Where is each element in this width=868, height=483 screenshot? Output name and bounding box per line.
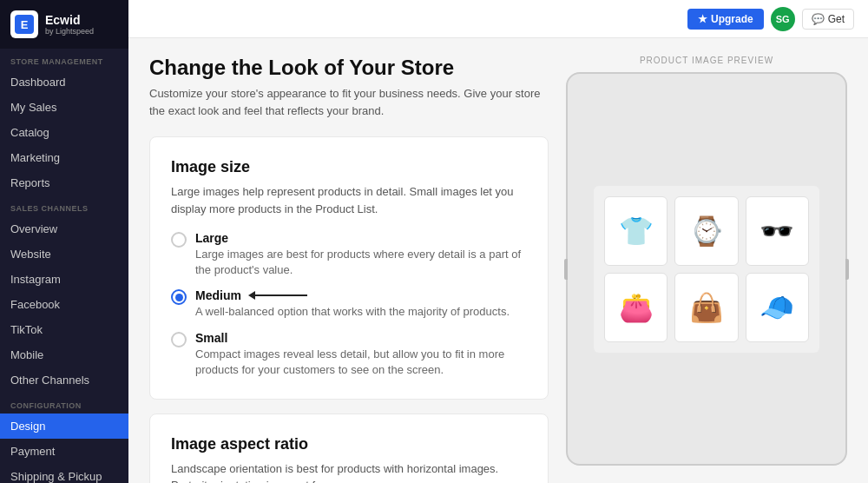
radio-medium-desc: A well-balanced option that works with t… (195, 304, 510, 320)
sidebar-item-instagram[interactable]: Instagram (0, 267, 128, 292)
image-ratio-card: Image aspect ratio Landscape orientation… (149, 414, 549, 483)
tablet-button-left (564, 259, 568, 280)
sales-channels-label: Sales channels (0, 195, 128, 216)
logo-title: Ecwid (45, 13, 94, 28)
product-cell-4: 👜 (674, 273, 738, 342)
store-management-label: Store management (0, 49, 128, 69)
radio-small-content: Small Compact images reveal less detail,… (195, 331, 527, 378)
sidebar-item-website[interactable]: Website (0, 242, 128, 267)
medium-arrow (248, 291, 307, 300)
sidebar: E Ecwid by Lightspeed Store management D… (0, 0, 128, 483)
avatar-button[interactable]: SG (771, 7, 795, 31)
sidebar-item-mobile[interactable]: Mobile (0, 342, 128, 367)
product-image-shirt: 👕 (619, 217, 654, 245)
image-ratio-title: Image aspect ratio (171, 435, 527, 453)
product-cell-5: 🧢 (746, 273, 809, 342)
image-size-desc: Large images help represent products in … (171, 183, 527, 217)
sidebar-item-reports[interactable]: Reports (0, 170, 128, 195)
sidebar-item-shipping-pickup[interactable]: Shipping & Pickup (0, 464, 128, 483)
logo: E Ecwid by Lightspeed (0, 0, 128, 49)
sidebar-item-payment[interactable]: Payment (0, 439, 128, 464)
radio-medium-label: Medium (195, 288, 241, 302)
radio-option-large: Large Large images are best for products… (171, 231, 527, 278)
star-icon: ★ (698, 13, 707, 25)
radio-small-label: Small (195, 331, 527, 345)
page-title: Change the Look of Your Store (149, 56, 549, 80)
content-right: PRODUCT IMAGE PREVIEW 👕 ⌚ 🕶️ (566, 56, 847, 466)
sidebar-item-my-sales[interactable]: My Sales (0, 95, 128, 120)
image-size-card: Image size Large images help represent p… (149, 136, 549, 400)
product-cell-3: 👛 (604, 273, 667, 342)
image-size-title: Image size (171, 158, 527, 176)
topbar: ★ Upgrade SG 💬 Get (128, 0, 868, 38)
configuration-label: Configuration (0, 393, 128, 414)
logo-text: Ecwid by Lightspeed (45, 13, 94, 36)
product-image-watch: ⌚ (689, 217, 724, 245)
preview-label: PRODUCT IMAGE PREVIEW (566, 56, 847, 65)
radio-large-label: Large (195, 231, 527, 245)
radio-small[interactable] (171, 332, 187, 347)
tablet-frame: 👕 ⌚ 🕶️ 👛 👜 (566, 72, 847, 466)
radio-small-desc: Compact images reveal less detail, but a… (195, 347, 527, 378)
product-cell-2: 🕶️ (746, 196, 809, 266)
product-image-sunglasses: 🕶️ (760, 217, 794, 245)
radio-medium[interactable] (171, 289, 187, 305)
product-image-wallet: 👛 (619, 294, 654, 321)
radio-large-desc: Large images are best for products where… (195, 247, 527, 278)
product-cell-1: ⌚ (674, 196, 738, 266)
logo-subtitle: by Lightspeed (45, 27, 94, 36)
radio-large[interactable] (171, 232, 187, 248)
sidebar-item-dashboard[interactable]: Dashboard (0, 69, 128, 95)
product-image-cap: 🧢 (760, 294, 794, 321)
sidebar-item-overview[interactable]: Overview (0, 216, 128, 242)
content-area: Change the Look of Your Store Customize … (128, 38, 868, 483)
logo-icon: E (10, 10, 38, 38)
product-cell-0: 👕 (604, 196, 667, 266)
sidebar-item-design[interactable]: Design (0, 414, 128, 439)
product-grid: 👕 ⌚ 🕶️ 👛 👜 (604, 196, 809, 342)
sidebar-item-facebook[interactable]: Facebook (0, 292, 128, 317)
radio-option-medium: Medium A well-balanced option that works… (171, 288, 527, 320)
product-image-bag: 👜 (689, 294, 724, 321)
sidebar-item-marketing[interactable]: Marketing (0, 145, 128, 170)
radio-option-small: Small Compact images reveal less detail,… (171, 331, 527, 378)
sidebar-item-other-channels[interactable]: Other Channels (0, 367, 128, 393)
image-ratio-desc: Landscape orientation is best for produc… (171, 460, 527, 483)
sidebar-item-catalog[interactable]: Catalog (0, 120, 128, 145)
page-header: Change the Look of Your Store Customize … (149, 56, 549, 119)
tablet-button-right (845, 259, 849, 280)
arrow-line (255, 294, 307, 296)
main-area: ★ Upgrade SG 💬 Get Change the Look of Yo… (128, 0, 868, 483)
upgrade-button[interactable]: ★ Upgrade (687, 9, 764, 30)
tablet-screen: 👕 ⌚ 🕶️ 👛 👜 (594, 186, 819, 353)
radio-medium-content: Medium A well-balanced option that works… (195, 288, 510, 320)
chat-icon: 💬 (812, 13, 825, 25)
image-size-options: Large Large images are best for products… (171, 231, 527, 378)
sidebar-item-tiktok[interactable]: TikTok (0, 317, 128, 342)
content-left: Change the Look of Your Store Customize … (149, 56, 549, 466)
page-description: Customize your store's appearance to fit… (149, 85, 549, 119)
arrow-head-icon (248, 291, 255, 300)
svg-text:E: E (21, 18, 29, 31)
radio-large-content: Large Large images are best for products… (195, 231, 527, 278)
get-button[interactable]: 💬 Get (802, 9, 854, 30)
